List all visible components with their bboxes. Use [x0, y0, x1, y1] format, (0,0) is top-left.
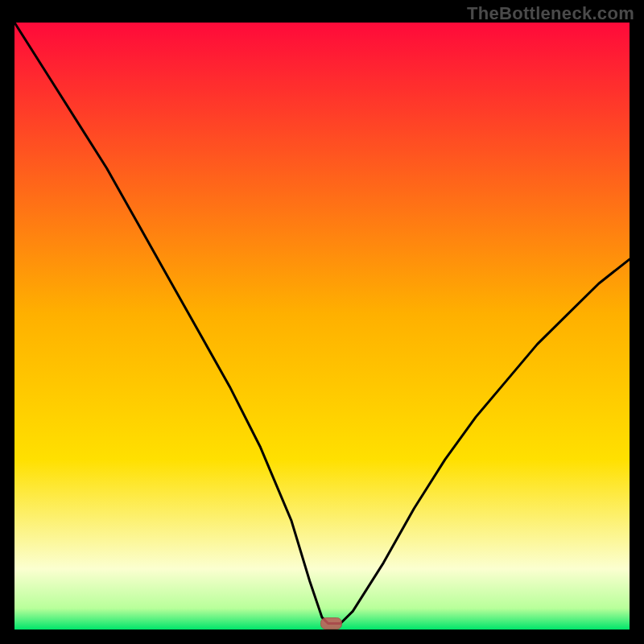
plot-area [14, 23, 630, 630]
watermark-text: TheBottleneck.com [467, 3, 634, 24]
optimum-marker [321, 618, 342, 630]
gradient-rect [14, 23, 630, 630]
chart-frame: TheBottleneck.com [0, 0, 644, 644]
chart-svg [14, 23, 630, 630]
